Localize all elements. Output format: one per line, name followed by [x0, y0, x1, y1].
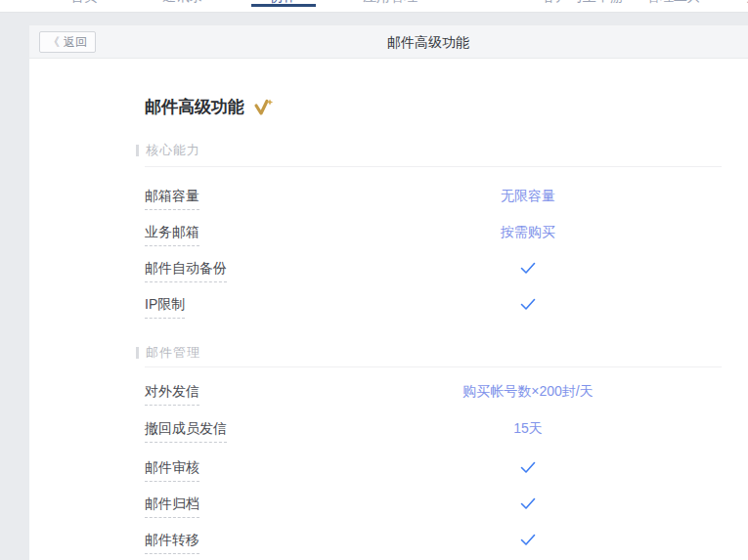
tab-item-5[interactable]: 客户与上下游	[542, 0, 624, 4]
feature-value: 购买帐号数×200封/天	[430, 383, 626, 400]
section-title: 邮件管理	[146, 344, 200, 362]
tab-item-6[interactable]: 管理工具	[646, 0, 701, 4]
feature-label[interactable]: 邮件审核	[145, 459, 199, 482]
section-bar	[136, 145, 139, 156]
v-premium-icon	[253, 99, 274, 116]
check-icon	[430, 534, 626, 551]
section-bar	[136, 347, 139, 359]
header-title: 邮件高级功能	[387, 25, 469, 59]
feature-label[interactable]: 对外发信	[145, 383, 199, 406]
section-header-1: 核心能力	[136, 142, 200, 159]
check-icon	[430, 298, 626, 316]
back-chevrons-icon: 《	[48, 34, 60, 51]
check-icon	[430, 461, 626, 479]
feature-label[interactable]: 邮件归档	[145, 495, 199, 518]
feature-label[interactable]: 业务邮箱	[145, 224, 199, 246]
section-header-2: 邮件管理	[136, 344, 200, 362]
page-title: 邮件高级功能	[145, 96, 274, 118]
tab-item-3[interactable]: 协作	[270, 0, 297, 4]
feature-value: 按需购买	[430, 224, 626, 240]
back-button-label: 返回	[64, 34, 87, 51]
feature-label[interactable]: 邮箱容量	[145, 188, 199, 210]
check-icon	[430, 262, 626, 280]
feature-label[interactable]: 邮件转移	[145, 532, 199, 554]
back-button[interactable]: 《 返回	[39, 31, 96, 53]
feature-label[interactable]: 撤回成员发信	[145, 420, 227, 443]
selected-tab-underline	[251, 4, 316, 7]
card-header: 《 返回 邮件高级功能	[29, 25, 748, 59]
feature-label[interactable]: IP限制	[145, 296, 185, 319]
feature-label[interactable]: 邮件自动备份	[145, 260, 227, 282]
section-divider	[145, 366, 722, 367]
tab-item-1[interactable]: 首页	[70, 0, 98, 4]
feature-value: 15天	[430, 420, 626, 437]
feature-value: 无限容量	[430, 188, 626, 204]
tab-item-2[interactable]: 通讯录	[162, 0, 203, 4]
content-card: 《 返回 邮件高级功能 邮件高级功能 核心能力邮箱容量无限容量业务邮箱按需购买邮…	[29, 25, 748, 560]
tab-item-4[interactable]: 应用管理	[363, 0, 418, 4]
page-title-text: 邮件高级功能	[145, 96, 244, 118]
check-icon	[430, 497, 626, 515]
section-title: 核心能力	[146, 142, 200, 159]
tab-bar: 首页通讯录协作应用管理客户与上下游管理工具我的企业	[0, 0, 748, 13]
section-divider	[145, 166, 722, 167]
